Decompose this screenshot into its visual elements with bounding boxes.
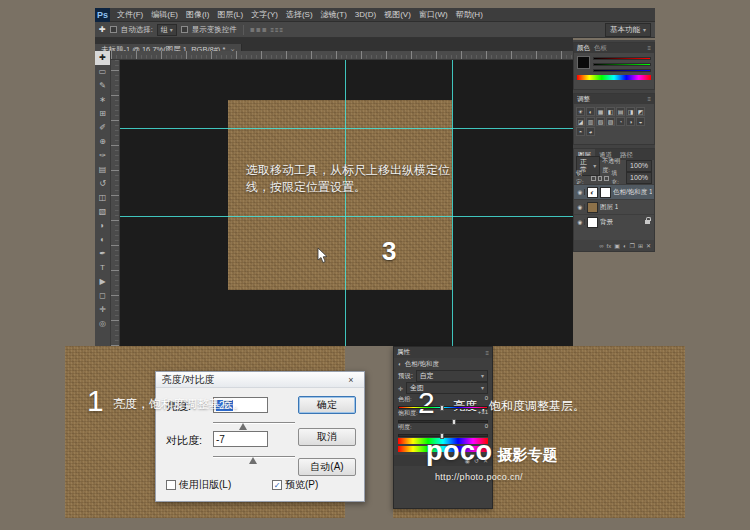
vertical-guide[interactable] — [452, 60, 453, 346]
brightness-slider[interactable] — [213, 420, 295, 430]
lock-position-icon[interactable] — [604, 176, 609, 181]
adjustment-icon[interactable]: ◐ — [586, 107, 595, 116]
lightness-slider[interactable]: 明度:0 — [394, 422, 492, 436]
adjustment-icon[interactable]: ◩ — [636, 107, 645, 116]
workspace-switcher[interactable]: 基本功能▾ — [605, 23, 651, 37]
tool-eyedropper-icon[interactable]: ✐ — [95, 121, 110, 135]
adjustment-icon[interactable]: ◑ — [626, 117, 635, 126]
adjustment-icon[interactable]: ▥ — [586, 117, 595, 126]
adjustment-icon[interactable]: ▦ — [596, 107, 605, 116]
auto-button[interactable]: 自动(A) — [298, 458, 356, 476]
link-layers-icon[interactable]: ∞ — [599, 243, 603, 249]
menu-item-select[interactable]: 选择(S) — [282, 8, 317, 22]
vertical-guide[interactable] — [345, 60, 346, 346]
layer-style-icon[interactable]: fx — [607, 243, 612, 249]
contrast-slider[interactable] — [213, 454, 295, 464]
tool-eraser-icon[interactable]: ◫ — [95, 191, 110, 205]
tool-zoom-icon[interactable]: ◎ — [95, 317, 110, 331]
tool-pen-icon[interactable]: ✒ — [95, 247, 110, 261]
auto-select-target-select[interactable]: 组▾ — [157, 24, 177, 36]
preview-checkbox[interactable]: ✓预览(P) — [272, 478, 318, 492]
auto-select-checkbox[interactable] — [110, 26, 117, 33]
adjustment-icon[interactable]: ◨ — [626, 107, 635, 116]
preset-select[interactable]: 自定▾ — [416, 370, 488, 382]
dialog-close-icon[interactable]: × — [344, 375, 358, 385]
menu-item-file[interactable]: 文件(F) — [113, 8, 147, 22]
new-layer-icon[interactable]: ⊞ — [638, 242, 643, 249]
canvas[interactable]: 选取移动工具，从标尺上移出纵横定位 线，按限定位置设置。 3 — [120, 60, 573, 346]
tab-color[interactable]: 颜色 — [577, 44, 590, 53]
align-distribute-icons[interactable]: ≣≣≣ ≡≡≡ — [250, 26, 284, 33]
tool-blur-icon[interactable]: ◗ — [95, 219, 110, 233]
add-mask-icon[interactable]: ▣ — [614, 242, 620, 249]
adjustment-icon[interactable]: ▧ — [596, 117, 605, 126]
layer-thumbnail[interactable] — [587, 202, 598, 213]
tool-hand-icon[interactable]: ✛ — [95, 303, 110, 317]
fill-value[interactable]: 100% — [626, 172, 652, 184]
lock-pixels-icon[interactable] — [598, 176, 603, 181]
tool-shape-icon[interactable]: ◻ — [95, 289, 110, 303]
panel-menu-icon[interactable]: ≡ — [647, 96, 651, 102]
visibility-eye-icon[interactable]: ◉ — [576, 204, 585, 210]
vertical-ruler[interactable] — [111, 60, 120, 346]
layer-row-background[interactable]: ◉ 背景 — [574, 214, 654, 229]
tool-healing-brush-icon[interactable]: ⊕ — [95, 135, 110, 149]
tool-quick-selection-icon[interactable]: ∗ — [95, 93, 110, 107]
use-legacy-checkbox[interactable]: 使用旧版(L) — [166, 478, 231, 492]
tool-lasso-icon[interactable]: ✎ — [95, 79, 110, 93]
menu-item-window[interactable]: 窗口(W) — [415, 8, 452, 22]
layer-row-hue-saturation[interactable]: ◉ ◐ 色相/饱和度 1 — [574, 184, 654, 199]
layer-row-layer1[interactable]: ◉ 图层 1 — [574, 199, 654, 214]
menu-item-help[interactable]: 帮助(H) — [452, 8, 487, 22]
photoshop-logo[interactable]: Ps — [95, 8, 110, 22]
foreground-color-swatch[interactable] — [577, 56, 590, 69]
tool-brush-icon[interactable]: ✑ — [95, 149, 110, 163]
tab-properties[interactable]: 属性 — [397, 348, 410, 357]
menu-item-edit[interactable]: 编辑(E) — [147, 8, 182, 22]
blue-slider[interactable] — [593, 69, 651, 72]
adjustment-icon[interactable]: ☀ — [576, 107, 585, 116]
panel-menu-icon[interactable]: ≡ — [485, 350, 489, 356]
contrast-input[interactable]: -7 — [213, 431, 268, 447]
menu-item-image[interactable]: 图像(I) — [182, 8, 214, 22]
adjustment-icon[interactable]: ◔ — [616, 117, 625, 126]
red-slider[interactable] — [593, 57, 651, 60]
visibility-eye-icon[interactable]: ◉ — [576, 219, 585, 225]
horizontal-guide[interactable] — [120, 216, 573, 217]
opacity-value[interactable]: 100% — [626, 160, 652, 172]
menu-item-layer[interactable]: 图层(L) — [213, 8, 247, 22]
show-transform-checkbox[interactable] — [181, 26, 188, 33]
horizontal-guide[interactable] — [120, 128, 573, 129]
menu-item-type[interactable]: 文字(Y) — [247, 8, 282, 22]
horizontal-ruler[interactable] — [111, 51, 573, 60]
new-group-icon[interactable]: ❐ — [630, 242, 635, 249]
green-slider[interactable] — [593, 63, 651, 66]
tool-type-icon[interactable]: T — [95, 261, 110, 275]
lock-transparency-icon[interactable] — [591, 176, 596, 181]
adjustment-icon[interactable]: ◓ — [576, 127, 585, 136]
color-spectrum-bar[interactable] — [577, 75, 651, 80]
cancel-button[interactable]: 取消 — [298, 428, 356, 446]
tab-adjustments[interactable]: 调整 — [577, 95, 590, 104]
adjustment-icon[interactable]: ◒ — [636, 117, 645, 126]
layer-mask-thumbnail[interactable] — [600, 187, 611, 198]
adjustment-icon[interactable]: ▨ — [606, 117, 615, 126]
tab-swatches[interactable]: 色板 — [594, 44, 607, 53]
adjustment-layer-thumbnail[interactable]: ◐ — [587, 187, 598, 198]
adjustment-icon[interactable]: ▤ — [616, 107, 625, 116]
tool-dodge-icon[interactable]: ◐ — [95, 233, 110, 247]
targeted-adjustment-icon[interactable]: ✛ — [398, 385, 403, 392]
tool-path-selection-icon[interactable]: ▶ — [95, 275, 110, 289]
adjustment-icon[interactable]: ◧ — [606, 107, 615, 116]
panel-menu-icon[interactable]: ≡ — [647, 45, 651, 51]
menu-item-view[interactable]: 视图(V) — [380, 8, 415, 22]
tool-move-icon[interactable]: ✚ — [95, 51, 110, 65]
menu-item-filter[interactable]: 滤镜(T) — [317, 8, 351, 22]
visibility-eye-icon[interactable]: ◉ — [576, 189, 585, 195]
adjustment-icon[interactable]: ◕ — [586, 127, 595, 136]
adjustment-icon[interactable]: ◪ — [576, 117, 585, 126]
tool-clone-stamp-icon[interactable]: ▤ — [95, 163, 110, 177]
tool-gradient-icon[interactable]: ▧ — [95, 205, 110, 219]
new-adjustment-icon[interactable]: ◐ — [623, 243, 627, 249]
menu-item-3d[interactable]: 3D(D) — [351, 8, 380, 22]
